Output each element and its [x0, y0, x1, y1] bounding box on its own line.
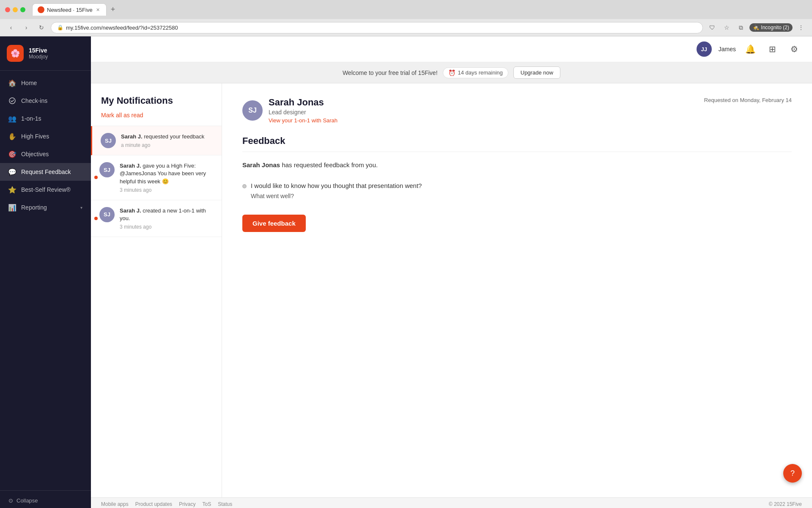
reporting-icon: 📊: [8, 204, 16, 211]
notifications-header: My Notifications Mark all as read: [91, 83, 222, 126]
menu-button[interactable]: ⋮: [795, 22, 807, 33]
footer-link-tos[interactable]: ToS: [202, 501, 211, 507]
question-bullet: [242, 184, 247, 188]
notif-sender: Sarah J.: [120, 207, 141, 214]
tab-bar: Newsfeed · 15Five ✕ +: [32, 3, 118, 16]
app-logo: 🌸: [7, 45, 24, 62]
help-button[interactable]: ?: [783, 464, 802, 483]
active-tab[interactable]: Newsfeed · 15Five ✕: [32, 3, 107, 16]
footer-link-mobile-apps[interactable]: Mobile apps: [101, 501, 129, 507]
feedback-requester-text: Sarah Jonas has requested feedback from …: [242, 160, 792, 170]
mark-all-read-button[interactable]: Mark all as read: [101, 112, 143, 119]
highfives-icon: ✋: [8, 133, 16, 140]
tab-title: Newsfeed · 15Five: [47, 7, 93, 13]
collapse-icon: ⊙: [8, 497, 13, 504]
main-content: JJ James 🔔 ⊞ ⚙ Welcome to your free tria…: [91, 36, 812, 508]
sidebar-item-home[interactable]: 🏠 Home: [0, 74, 91, 92]
notif-time: a minute ago: [121, 142, 213, 148]
user-avatar: JJ: [697, 41, 712, 57]
footer-link-status[interactable]: Status: [218, 501, 232, 507]
home-icon: 🏠: [8, 79, 16, 87]
notifications-list: SJ Sarah J. requested your feedback a mi…: [91, 126, 222, 497]
view-1on1-link[interactable]: View your 1-on-1 with Sarah: [269, 117, 337, 124]
footer-copyright: © 2022 15Five: [769, 501, 802, 507]
objectives-icon: 🎯: [8, 150, 16, 158]
requester-name: Sarah Jonas: [242, 161, 280, 168]
notif-sender: Sarah J.: [121, 133, 143, 140]
incognito-icon: 🕵: [753, 25, 759, 30]
reload-button[interactable]: ↻: [36, 22, 47, 33]
address-bar-row: ‹ › ↻ 🔒 my.15five.com/newsfeed/feed/?id=…: [0, 19, 812, 36]
notif-sender: Sarah J.: [120, 163, 141, 169]
sidebar-item-label: Request Feedback: [21, 168, 71, 175]
settings-button[interactable]: ⚙: [787, 41, 802, 57]
svg-point-0: [9, 98, 15, 104]
notifications-button[interactable]: 🔔: [743, 41, 758, 57]
notif-avatar: SJ: [101, 133, 116, 148]
sidebar-item-label: Home: [21, 80, 37, 86]
1on1s-icon: 👥: [8, 115, 16, 122]
sidebar-item-label: Check-ins: [21, 97, 47, 104]
feedback-question: I would like to know how you thought tha…: [242, 182, 792, 189]
requested-label: Requested on: [704, 97, 738, 103]
sidebar-item-1on1s[interactable]: 👥 1-on-1s: [0, 110, 91, 127]
brand-sub: Moodjoy: [29, 54, 48, 60]
clock-icon: ⏰: [448, 69, 455, 76]
notif-avatar: SJ: [99, 162, 115, 177]
notif-time: 3 minutes ago: [120, 224, 213, 230]
logo-icon: 🌸: [11, 49, 20, 58]
browser-titlebar: Newsfeed · 15Five ✕ +: [0, 0, 812, 19]
feedback-requested-date: Requested on Monday, February 14: [704, 97, 792, 103]
url-text: my.15five.com/newsfeed/feed/?id=25372258…: [66, 25, 178, 31]
trial-welcome-text: Welcome to your free trial of 15Five!: [343, 69, 438, 76]
notification-item[interactable]: SJ Sarah J. created a new 1-on-1 with yo…: [91, 200, 222, 237]
notification-item[interactable]: SJ Sarah J. requested your feedback a mi…: [91, 126, 222, 155]
sidebar-item-reporting[interactable]: 📊 Reporting ▾: [0, 199, 91, 216]
split-view-button[interactable]: ⧉: [735, 22, 747, 33]
grid-view-button[interactable]: ⊞: [765, 41, 780, 57]
extension-button[interactable]: 🛡: [706, 22, 718, 33]
tab-close-button[interactable]: ✕: [95, 7, 101, 13]
feedback-user-row: SJ Sarah Jonas Lead designer View your 1…: [242, 97, 792, 124]
tab-favicon: [38, 6, 44, 13]
forward-button[interactable]: ›: [20, 22, 32, 33]
sidebar-nav: 🏠 Home Check-ins 👥 1-on-1s ✋ High Fives: [0, 71, 91, 490]
notif-time: 3 minutes ago: [120, 187, 213, 193]
sidebar-item-request-feedback[interactable]: 💬 Request Feedback: [0, 163, 91, 181]
sidebar-item-best-self[interactable]: ⭐ Best-Self Review®: [0, 181, 91, 199]
footer-link-product-updates[interactable]: Product updates: [135, 501, 172, 507]
maximize-window-button[interactable]: [20, 7, 25, 12]
chevron-down-icon: ▾: [80, 205, 82, 210]
bookmark-button[interactable]: ☆: [721, 22, 732, 33]
sidebar: 🌸 15Five Moodjoy 🏠 Home Check-ins: [0, 36, 91, 508]
trial-banner: Welcome to your free trial of 15Five! ⏰ …: [91, 62, 812, 83]
close-window-button[interactable]: [5, 7, 10, 12]
address-bar[interactable]: 🔒 my.15five.com/newsfeed/feed/?id=253722…: [51, 22, 703, 33]
notification-item[interactable]: SJ Sarah J. gave you a High Five: @James…: [91, 155, 222, 200]
sidebar-item-highfives[interactable]: ✋ High Fives: [0, 127, 91, 145]
feedback-section-title: Feedback: [242, 135, 792, 152]
best-self-icon: ⭐: [8, 186, 16, 193]
sidebar-item-label: 1-on-1s: [21, 115, 41, 122]
days-remaining-badge: ⏰ 14 days remaining: [443, 67, 508, 78]
sub-question: What went well?: [251, 193, 792, 199]
notif-content: Sarah J. gave you a High Five: @JamesJon…: [120, 162, 213, 193]
give-feedback-button[interactable]: Give feedback: [242, 215, 306, 232]
collapse-button[interactable]: ⊙ Collapse: [8, 497, 38, 504]
sidebar-item-checkins[interactable]: Check-ins: [0, 92, 91, 110]
notifications-panel: My Notifications Mark all as read SJ Sar…: [91, 83, 222, 497]
requested-date: Monday, February 14: [740, 97, 792, 103]
browser-actions: 🛡 ☆ ⧉ 🕵 Incognito (2) ⋮: [706, 22, 807, 33]
sidebar-brand: 15Five Moodjoy: [29, 47, 48, 60]
back-button[interactable]: ‹: [5, 22, 17, 33]
feedback-user-info: SJ Sarah Jonas Lead designer View your 1…: [242, 97, 337, 124]
notif-text: Sarah J. gave you a High Five: @JamesJon…: [120, 162, 213, 185]
minimize-window-button[interactable]: [13, 7, 18, 12]
footer-link-privacy[interactable]: Privacy: [179, 501, 195, 507]
sidebar-item-objectives[interactable]: 🎯 Objectives: [0, 145, 91, 163]
feedback-user-role: Lead designer: [269, 109, 337, 116]
checkins-icon: [8, 97, 16, 105]
new-tab-button[interactable]: +: [108, 5, 118, 14]
upgrade-button[interactable]: Upgrade now: [513, 66, 560, 79]
request-feedback-icon: 💬: [8, 168, 16, 176]
